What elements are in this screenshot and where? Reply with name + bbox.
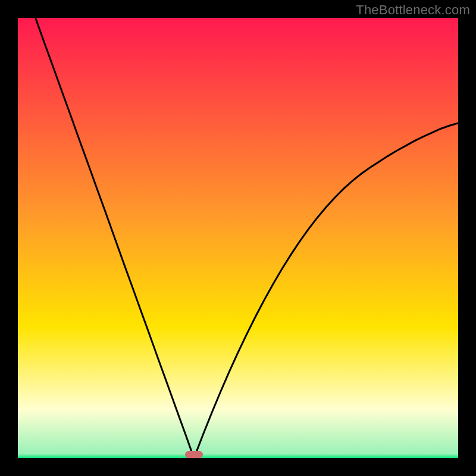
- chart-svg: [18, 18, 458, 458]
- minimum-marker: [185, 451, 203, 458]
- gradient-background: [18, 18, 458, 458]
- plot-area: [18, 18, 458, 458]
- chart-frame: TheBottleneck.com: [0, 0, 476, 476]
- watermark-text: TheBottleneck.com: [356, 2, 470, 18]
